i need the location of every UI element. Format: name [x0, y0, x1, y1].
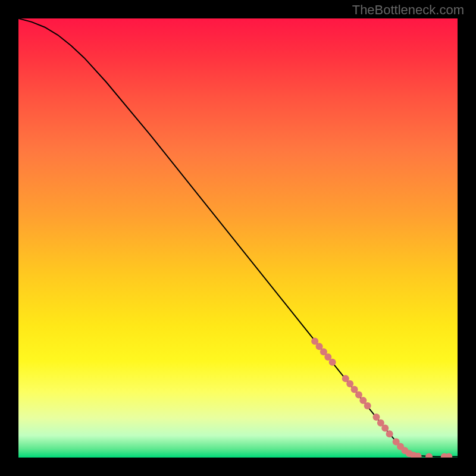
marker-point — [346, 380, 353, 387]
marker-point — [355, 391, 362, 398]
marker-point — [386, 430, 393, 437]
scatter-markers — [311, 337, 452, 458]
plot-area — [18, 18, 458, 458]
curve-path — [18, 18, 458, 457]
marker-point — [381, 425, 389, 432]
marker-point — [329, 359, 336, 366]
watermark-text: TheBottleneck.com — [352, 2, 464, 18]
curve-line — [18, 18, 458, 457]
marker-point — [425, 453, 433, 458]
chart-svg — [18, 18, 458, 458]
marker-point — [372, 414, 380, 421]
marker-point — [364, 402, 371, 409]
